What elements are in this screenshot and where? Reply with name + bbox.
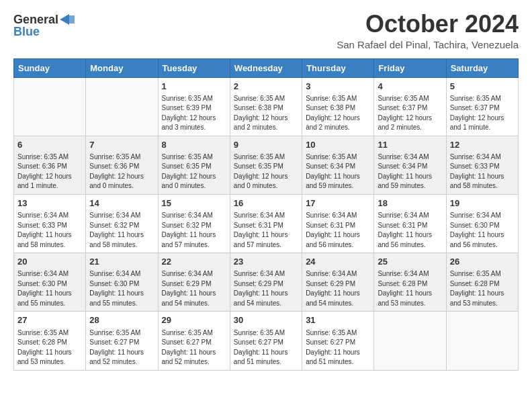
location-subtitle: San Rafael del Pinal, Tachira, Venezuela [337,39,519,50]
calendar-week-row: 6Sunrise: 6:35 AMSunset: 6:36 PMDaylight… [14,136,519,194]
day-info: Sunrise: 6:34 AMSunset: 6:33 PMDaylight:… [450,152,515,191]
sunrise-text: Sunrise: 6:35 AM [162,152,226,163]
table-row: 4Sunrise: 6:35 AMSunset: 6:37 PMDaylight… [374,77,446,136]
sunset-text: Sunset: 6:31 PM [306,221,370,231]
day-number: 12 [450,139,515,151]
sunset-text: Sunset: 6:34 PM [306,162,370,172]
day-number: 9 [234,139,298,151]
day-info: Sunrise: 6:34 AMSunset: 6:31 PMDaylight:… [306,211,370,250]
header-sunday: Sunday [14,58,86,77]
sunrise-text: Sunrise: 6:34 AM [450,152,515,163]
logo-general-text: General [13,13,58,26]
table-row: 7Sunrise: 6:35 AMSunset: 6:36 PMDaylight… [86,136,158,194]
daylight-text: Daylight: 12 hours and 0 minutes. [162,172,226,191]
day-info: Sunrise: 6:34 AMSunset: 6:31 PMDaylight:… [378,211,442,250]
logo-icon [60,14,75,25]
day-info: Sunrise: 6:34 AMSunset: 6:34 PMDaylight:… [378,152,442,191]
day-info: Sunrise: 6:34 AMSunset: 6:30 PMDaylight:… [89,269,154,308]
day-number: 31 [306,314,370,326]
month-title: October 2024 [337,11,519,38]
sunrise-text: Sunrise: 6:35 AM [17,328,82,338]
day-number: 19 [450,197,515,210]
calendar-week-row: 20Sunrise: 6:34 AMSunset: 6:30 PMDayligh… [14,253,519,312]
table-row: 1Sunrise: 6:35 AMSunset: 6:39 PMDaylight… [158,77,230,136]
day-number: 28 [89,314,154,326]
day-number: 10 [306,139,370,151]
day-number: 23 [234,256,298,268]
sunset-text: Sunset: 6:35 PM [234,162,298,172]
day-info: Sunrise: 6:34 AMSunset: 6:30 PMDaylight:… [17,269,82,308]
day-number: 22 [162,256,226,268]
sunrise-text: Sunrise: 6:35 AM [306,152,370,163]
page-header: General Blue October 2024 San Rafael del… [13,11,519,50]
day-number: 16 [234,197,298,210]
day-number: 1 [162,81,226,93]
table-row: 6Sunrise: 6:35 AMSunset: 6:36 PMDaylight… [14,136,86,194]
sunset-text: Sunset: 6:30 PM [89,279,154,289]
day-number: 6 [17,139,82,151]
day-number: 4 [378,81,442,93]
day-number: 8 [162,139,226,151]
sunset-text: Sunset: 6:30 PM [17,279,82,289]
sunset-text: Sunset: 6:28 PM [17,338,82,348]
day-number: 14 [89,197,154,210]
calendar-week-row: 13Sunrise: 6:34 AMSunset: 6:33 PMDayligh… [14,194,519,253]
header-thursday: Thursday [302,58,374,77]
day-info: Sunrise: 6:35 AMSunset: 6:39 PMDaylight:… [162,94,226,133]
daylight-text: Daylight: 12 hours and 2 minutes. [306,113,370,133]
sunset-text: Sunset: 6:27 PM [234,338,298,348]
table-row: 29Sunrise: 6:35 AMSunset: 6:27 PMDayligh… [158,312,230,370]
sunset-text: Sunset: 6:28 PM [450,279,515,289]
sunrise-text: Sunrise: 6:34 AM [378,211,442,221]
day-info: Sunrise: 6:35 AMSunset: 6:28 PMDaylight:… [450,269,515,308]
sunset-text: Sunset: 6:31 PM [234,221,298,231]
day-info: Sunrise: 6:35 AMSunset: 6:37 PMDaylight:… [378,94,442,133]
sunrise-text: Sunrise: 6:35 AM [89,328,154,338]
sunrise-text: Sunrise: 6:34 AM [17,211,82,221]
sunset-text: Sunset: 6:28 PM [378,279,442,289]
daylight-text: Daylight: 12 hours and 0 minutes. [89,172,154,191]
day-info: Sunrise: 6:35 AMSunset: 6:38 PMDaylight:… [234,94,298,133]
day-number: 5 [450,81,515,93]
day-info: Sunrise: 6:35 AMSunset: 6:27 PMDaylight:… [234,328,298,367]
day-number: 21 [89,256,154,268]
day-info: Sunrise: 6:35 AMSunset: 6:27 PMDaylight:… [306,328,370,367]
day-info: Sunrise: 6:35 AMSunset: 6:34 PMDaylight:… [306,152,370,191]
table-row: 17Sunrise: 6:34 AMSunset: 6:31 PMDayligh… [302,194,374,253]
sunrise-text: Sunrise: 6:34 AM [450,211,515,221]
day-info: Sunrise: 6:34 AMSunset: 6:29 PMDaylight:… [234,269,298,308]
sunset-text: Sunset: 6:38 PM [306,103,370,113]
day-info: Sunrise: 6:34 AMSunset: 6:29 PMDaylight:… [162,269,226,308]
table-row: 31Sunrise: 6:35 AMSunset: 6:27 PMDayligh… [302,312,374,370]
table-row: 8Sunrise: 6:35 AMSunset: 6:35 PMDaylight… [158,136,230,194]
table-row: 25Sunrise: 6:34 AMSunset: 6:28 PMDayligh… [374,253,446,312]
sunrise-text: Sunrise: 6:35 AM [17,152,82,163]
table-row: 27Sunrise: 6:35 AMSunset: 6:28 PMDayligh… [14,312,86,370]
daylight-text: Daylight: 12 hours and 2 minutes. [234,113,298,133]
daylight-text: Daylight: 11 hours and 59 minutes. [306,172,370,191]
header-tuesday: Tuesday [158,58,230,77]
day-number: 2 [234,81,298,93]
day-number: 27 [17,314,82,326]
daylight-text: Daylight: 11 hours and 53 minutes. [450,289,515,308]
daylight-text: Daylight: 12 hours and 1 minute. [450,113,515,133]
day-number: 29 [162,314,226,326]
daylight-text: Daylight: 11 hours and 55 minutes. [89,289,154,308]
day-info: Sunrise: 6:34 AMSunset: 6:33 PMDaylight:… [17,211,82,250]
sunrise-text: Sunrise: 6:34 AM [89,211,154,221]
logo-blue-text: Blue [13,25,40,38]
sunset-text: Sunset: 6:36 PM [17,162,82,172]
sunset-text: Sunset: 6:37 PM [378,103,442,113]
sunset-text: Sunset: 6:32 PM [89,221,154,231]
sunrise-text: Sunrise: 6:35 AM [378,94,442,104]
daylight-text: Daylight: 11 hours and 53 minutes. [378,289,442,308]
sunset-text: Sunset: 6:31 PM [378,221,442,231]
sunrise-text: Sunrise: 6:34 AM [378,152,442,163]
table-row: 20Sunrise: 6:34 AMSunset: 6:30 PMDayligh… [14,253,86,312]
daylight-text: Daylight: 11 hours and 58 minutes. [450,172,515,191]
sunrise-text: Sunrise: 6:34 AM [306,211,370,221]
daylight-text: Daylight: 11 hours and 52 minutes. [162,348,226,367]
day-number: 18 [378,197,442,210]
day-info: Sunrise: 6:34 AMSunset: 6:31 PMDaylight:… [234,211,298,250]
table-row: 12Sunrise: 6:34 AMSunset: 6:33 PMDayligh… [446,136,518,194]
